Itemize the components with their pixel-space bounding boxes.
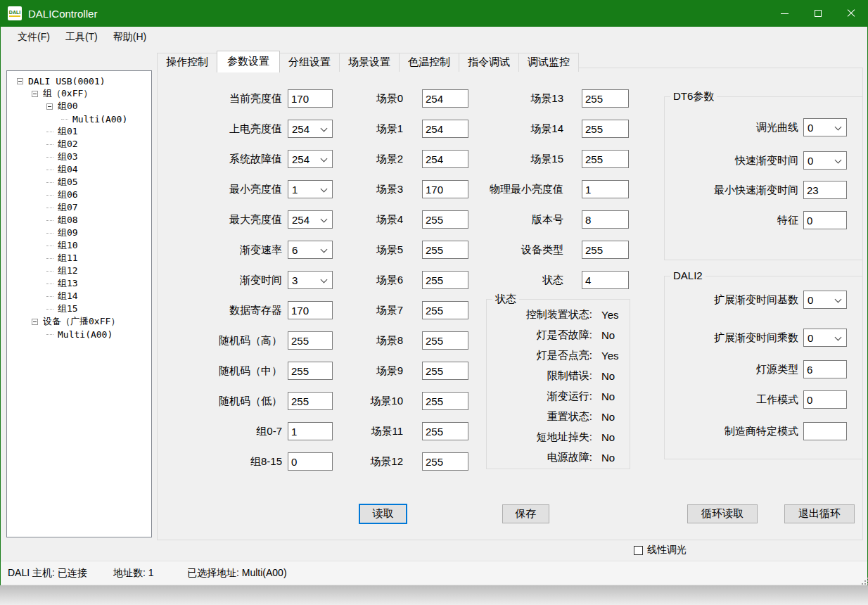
field-label: 场景4 xyxy=(341,213,403,227)
field-row: 当前亮度值 xyxy=(162,89,333,108)
input-col1-0[interactable] xyxy=(288,89,333,108)
dropdown-dt6_group.rows-1[interactable]: 0 xyxy=(803,151,847,170)
field-label: 数据寄存器 xyxy=(162,304,282,317)
tree-item[interactable]: 组13 xyxy=(7,277,151,290)
tab-6[interactable]: 调试监控 xyxy=(518,53,579,72)
input-dali2_group.rows-3[interactable] xyxy=(803,390,847,409)
input-col3-1[interactable] xyxy=(582,120,629,138)
tree-item-label: 组12 xyxy=(58,265,78,277)
input-col2-9[interactable] xyxy=(422,362,468,380)
status-label: 渐变运行: xyxy=(487,390,592,403)
tree-item-label: 组06 xyxy=(58,189,78,201)
dropdown-col1-6[interactable]: 3 xyxy=(288,271,333,289)
window-shadow xyxy=(0,585,868,605)
input-col1-10[interactable] xyxy=(288,392,333,410)
loop-read-button[interactable]: 循环读取 xyxy=(687,504,758,523)
input-col3-6[interactable] xyxy=(582,271,629,289)
input-col3-3[interactable] xyxy=(582,180,629,198)
field-label: 快速渐变时间 xyxy=(665,154,798,167)
tab-strip: 操作控制参数设置分组设置场景设置色温控制指令调试调试监控 xyxy=(157,51,578,72)
field-label: 扩展渐变时间基数 xyxy=(665,293,798,307)
tab-0[interactable]: 操作控制 xyxy=(157,53,217,72)
close-icon xyxy=(847,9,855,18)
tab-5[interactable]: 指令调试 xyxy=(459,53,519,72)
tree-item[interactable]: 组15 xyxy=(7,302,151,315)
linear-dimming-checkbox[interactable]: 线性调光 xyxy=(634,544,687,556)
dropdown-dt6_group.rows-0[interactable]: 0 xyxy=(803,118,847,136)
input-col1-7[interactable] xyxy=(288,301,333,319)
exit-loop-button[interactable]: 退出循环 xyxy=(784,504,855,523)
menu-item-2[interactable]: 帮助(H) xyxy=(106,27,154,47)
read-button[interactable]: 读取 xyxy=(359,504,407,523)
input-col1-11[interactable] xyxy=(288,422,333,440)
tree-item[interactable]: 组14 xyxy=(7,290,151,302)
tab-4[interactable]: 色温控制 xyxy=(399,53,459,72)
tree-item[interactable]: Multi(A00) xyxy=(7,113,151,125)
tab-2[interactable]: 分组设置 xyxy=(279,53,340,72)
tab-3[interactable]: 场景设置 xyxy=(339,53,400,72)
dropdown-col1-4[interactable]: 254 xyxy=(288,210,333,229)
tree-item-label: 组05 xyxy=(58,176,78,189)
tree-connector-icon xyxy=(46,170,53,170)
field-label: 版本号 xyxy=(451,213,563,227)
dropdown-value: 6 xyxy=(292,244,298,256)
chevron-down-icon xyxy=(321,125,328,132)
input-col3-4[interactable] xyxy=(582,210,629,229)
minimize-button[interactable] xyxy=(768,0,801,27)
tree-item[interactable]: 组00 xyxy=(7,100,151,113)
tree-item[interactable]: 组10 xyxy=(7,239,151,252)
input-col2-8[interactable] xyxy=(422,331,468,350)
input-col2-7[interactable] xyxy=(422,301,468,319)
tree-item-label: 组07 xyxy=(58,201,78,214)
dropdown-col1-1[interactable]: 254 xyxy=(288,120,333,138)
tree-item[interactable]: Multi(A00) xyxy=(7,328,151,340)
tab-1[interactable]: 参数设置 xyxy=(217,51,280,72)
input-dt6_group.rows-3[interactable] xyxy=(803,211,847,229)
dropdown-col1-3[interactable]: 1 xyxy=(288,180,333,198)
tree-item[interactable]: 组05 xyxy=(7,176,151,189)
tree-item[interactable]: 组03 xyxy=(7,151,151,163)
tree-item[interactable]: 组09 xyxy=(7,227,151,239)
field-row: 场景15 xyxy=(451,150,629,168)
tree-item[interactable]: 组（0xFF） xyxy=(7,87,151,100)
input-col3-2[interactable] xyxy=(582,150,629,168)
tree-item[interactable]: 组08 xyxy=(7,214,151,227)
dropdown-dali2_group.rows-0[interactable]: 0 xyxy=(803,291,847,309)
status-row: 限制错误:No xyxy=(487,368,615,383)
tree-item[interactable]: 组11 xyxy=(7,252,151,265)
dropdown-col1-2[interactable]: 254 xyxy=(288,150,333,168)
field-label: 最大亮度值 xyxy=(162,213,282,227)
dropdown-col1-5[interactable]: 6 xyxy=(288,241,333,259)
tree-connector-icon xyxy=(46,220,53,221)
menu-item-1[interactable]: 工具(T) xyxy=(58,27,106,47)
tree-item[interactable]: 组04 xyxy=(7,163,151,176)
tree-connector-icon xyxy=(46,157,53,158)
input-col1-8[interactable] xyxy=(288,331,333,350)
tree-item[interactable]: 组07 xyxy=(7,201,151,214)
input-col2-11[interactable] xyxy=(422,422,468,440)
maximize-button[interactable] xyxy=(801,0,834,27)
tree-item[interactable]: 组12 xyxy=(7,265,151,277)
tree-item[interactable]: DALI USB(0001) xyxy=(7,75,151,87)
field-row: 场景4 xyxy=(341,210,468,229)
tree-item[interactable]: 组06 xyxy=(7,189,151,201)
input-dali2_group.rows-2[interactable] xyxy=(803,360,847,378)
tree-item[interactable]: 设备（广播0xFF） xyxy=(7,315,151,328)
dropdown-dali2_group.rows-1[interactable]: 0 xyxy=(803,329,847,347)
field-row: 场景12 xyxy=(341,452,468,471)
input-col3-0[interactable] xyxy=(582,89,629,108)
input-dt6_group.rows-2[interactable] xyxy=(803,181,847,199)
close-button[interactable] xyxy=(834,0,867,27)
menu-item-0[interactable]: 文件(F) xyxy=(10,27,58,47)
tree-item[interactable]: 组01 xyxy=(7,125,151,138)
input-col2-10[interactable] xyxy=(422,392,468,410)
input-col2-12[interactable] xyxy=(422,452,468,471)
resize-grip-icon[interactable] xyxy=(862,578,863,579)
input-col3-5[interactable] xyxy=(582,241,629,259)
input-col1-12[interactable] xyxy=(288,452,333,471)
tree-item[interactable]: 组02 xyxy=(7,138,151,151)
save-button[interactable]: 保存 xyxy=(502,504,549,523)
field-row: 场景0 xyxy=(341,89,468,108)
input-dali2_group.rows-4[interactable] xyxy=(803,422,847,440)
input-col1-9[interactable] xyxy=(288,362,333,380)
